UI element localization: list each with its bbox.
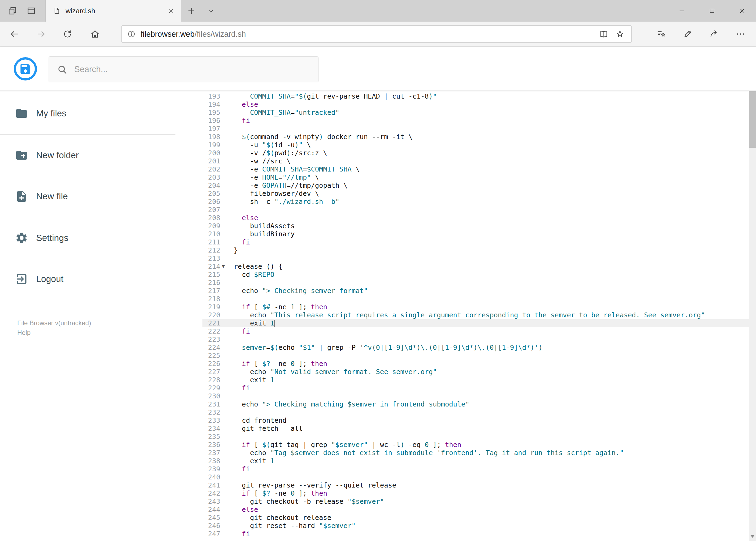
favorites-hub-icon[interactable] <box>656 29 666 39</box>
minimize-button[interactable] <box>668 0 695 22</box>
help-link[interactable]: Help <box>17 329 31 337</box>
line-number[interactable]: 219 <box>202 303 220 311</box>
code-line[interactable]: 202 -e COMMIT_SHA=$COMMIT_SHA \ <box>202 165 749 174</box>
code-line[interactable]: 232 <box>202 408 749 416</box>
code-line[interactable]: 194 else <box>202 101 749 109</box>
code-line[interactable]: 217 echo "> Checking semver format" <box>202 287 749 295</box>
code-line[interactable]: 247 fi <box>202 530 749 538</box>
line-number[interactable]: 213 <box>202 255 220 263</box>
code-line[interactable]: 241 git rev-parse --verify --quiet relea… <box>202 481 749 489</box>
search-input[interactable] <box>74 64 296 75</box>
line-number[interactable]: 224 <box>202 343 220 352</box>
line-number[interactable]: 205 <box>202 190 220 198</box>
home-button[interactable] <box>90 29 100 39</box>
code-line[interactable]: 196 fi <box>202 117 749 125</box>
code-line[interactable]: 223 <box>202 335 749 343</box>
back-button[interactable] <box>10 29 19 39</box>
line-number[interactable]: 226 <box>202 360 220 368</box>
code-line[interactable]: 228 exit 1 <box>202 376 749 384</box>
code-line[interactable]: 220 echo "This release script requires a… <box>202 311 749 319</box>
code-line[interactable]: 227 echo "Not valid semver format. See s… <box>202 368 749 376</box>
line-number[interactable]: 235 <box>202 433 220 441</box>
line-number[interactable]: 240 <box>202 473 220 481</box>
more-menu-icon[interactable] <box>736 29 745 39</box>
line-number[interactable]: 238 <box>202 457 220 465</box>
line-number[interactable]: 245 <box>202 514 220 522</box>
line-number[interactable]: 207 <box>202 206 220 214</box>
page-scrollbar[interactable] <box>749 47 756 541</box>
line-number[interactable]: 215 <box>202 270 220 279</box>
sidebar-item-logout[interactable]: Logout <box>0 267 202 291</box>
code-line[interactable]: 214▾release () { <box>202 263 749 270</box>
line-number[interactable]: 234 <box>202 425 220 433</box>
sidebar-item-new-file[interactable]: New file <box>0 184 202 209</box>
code-line[interactable]: 213 <box>202 255 749 263</box>
code-line[interactable]: 239 fi <box>202 465 749 473</box>
code-line[interactable]: 199 -u "$(id -u)" \ <box>202 141 749 149</box>
forward-button[interactable] <box>36 29 46 39</box>
code-line[interactable]: 240 <box>202 473 749 481</box>
line-number[interactable]: 246 <box>202 522 220 530</box>
code-line[interactable]: 207 <box>202 206 749 214</box>
line-number[interactable]: 210 <box>202 230 220 238</box>
address-bar[interactable]: filebrowser.web/files/wizard.sh <box>122 25 631 43</box>
line-number[interactable]: 229 <box>202 384 220 392</box>
code-line[interactable]: 210 buildBinary <box>202 230 749 238</box>
sidebar-item-settings[interactable]: Settings <box>0 226 202 250</box>
line-number[interactable]: 222 <box>202 327 220 335</box>
line-number[interactable]: 218 <box>202 295 220 303</box>
code-line[interactable]: 212} <box>202 246 749 255</box>
line-number[interactable]: 243 <box>202 497 220 506</box>
line-number[interactable]: 204 <box>202 182 220 190</box>
line-number[interactable]: 220 <box>202 311 220 319</box>
new-tab-button[interactable] <box>187 6 196 15</box>
line-number[interactable]: 241 <box>202 481 220 489</box>
maximize-button[interactable] <box>698 0 725 22</box>
set-tabs-aside-icon[interactable] <box>8 6 17 16</box>
line-number[interactable]: 203 <box>202 174 220 182</box>
line-number[interactable]: 193 <box>202 92 220 101</box>
annotate-pen-icon[interactable] <box>683 29 692 39</box>
line-number[interactable]: 200 <box>202 149 220 157</box>
line-number[interactable]: 223 <box>202 335 220 343</box>
close-button[interactable] <box>729 0 756 22</box>
sidebar-item-new-folder[interactable]: New folder <box>0 143 202 168</box>
line-number[interactable]: 236 <box>202 441 220 449</box>
code-line[interactable]: 244 else <box>202 506 749 514</box>
line-number[interactable]: 198 <box>202 133 220 141</box>
line-number[interactable]: 214 <box>202 263 220 270</box>
code-line[interactable]: 206 sh -c "./wizard.sh -b" <box>202 198 749 206</box>
code-line[interactable]: 216 <box>202 279 749 287</box>
line-number[interactable]: 202 <box>202 165 220 174</box>
code-line[interactable]: 204 -e GOPATH=//tmp/gopath \ <box>202 182 749 190</box>
share-icon[interactable] <box>709 29 719 39</box>
code-line[interactable]: 229 fi <box>202 384 749 392</box>
code-line[interactable]: 237 echo "Tag $semver does not exist in … <box>202 449 749 457</box>
code-line[interactable]: 218 <box>202 295 749 303</box>
code-line[interactable]: 224 semver=$(echo "$1" | grep -P '^v(0|[… <box>202 343 749 352</box>
code-line[interactable]: 219 if [ $# -ne 1 ]; then <box>202 303 749 311</box>
line-number[interactable]: 216 <box>202 279 220 287</box>
line-number[interactable]: 211 <box>202 238 220 246</box>
reading-view-icon[interactable] <box>599 29 609 39</box>
line-number[interactable]: 201 <box>202 157 220 165</box>
code-line[interactable]: 231 echo "> Checking matching $semver in… <box>202 400 749 408</box>
code-line[interactable]: 242 if [ $? -ne 0 ]; then <box>202 489 749 497</box>
scroll-down-icon[interactable] <box>749 532 756 541</box>
code-line[interactable]: 225 <box>202 352 749 360</box>
sidebar-item-my-files[interactable]: My files <box>0 101 202 126</box>
code-line[interactable]: 195 COMMIT_SHA="untracked" <box>202 109 749 117</box>
line-number[interactable]: 233 <box>202 416 220 425</box>
line-number[interactable]: 244 <box>202 506 220 514</box>
line-number[interactable]: 247 <box>202 530 220 538</box>
code-line[interactable]: 234 git fetch --all <box>202 425 749 433</box>
line-number[interactable]: 232 <box>202 408 220 416</box>
line-number[interactable]: 212 <box>202 246 220 255</box>
line-number[interactable]: 230 <box>202 392 220 400</box>
line-number[interactable]: 199 <box>202 141 220 149</box>
line-number[interactable]: 197 <box>202 125 220 133</box>
code-line[interactable]: 215 cd $REPO <box>202 270 749 279</box>
code-editor[interactable]: 193 COMMIT_SHA="$(git rev-parse HEAD | c… <box>202 91 749 541</box>
app-version-link[interactable]: File Browser v(untracked) <box>17 319 91 327</box>
code-line[interactable]: 235 <box>202 433 749 441</box>
